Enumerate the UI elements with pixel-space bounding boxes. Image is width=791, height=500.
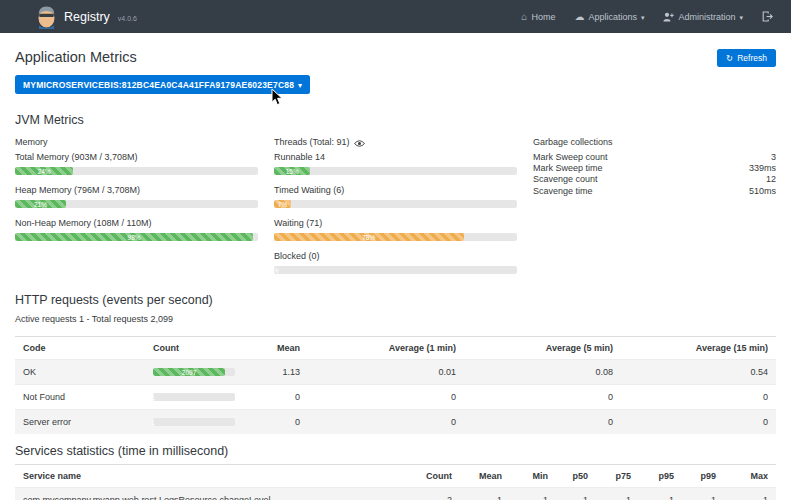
- services-table-header: Service name Count Mean Min p50 p75 p95 …: [15, 465, 776, 488]
- chevron-down-icon: ▾: [739, 14, 743, 22]
- http-requests-subtitle: Active requests 1 - Total requests 2,099: [15, 314, 776, 324]
- nav-item-administration[interactable]: Administration ▾: [663, 12, 743, 22]
- runnable-label: Runnable 14: [274, 152, 517, 162]
- waiting-progressbar: 78%: [274, 233, 517, 241]
- gc-row-marksweep-time: Mark Sweep time 339ms: [533, 163, 776, 174]
- blocked-label: Blocked (0): [274, 251, 517, 261]
- memory-column: Memory Total Memory (903M / 3,708M) 24% …: [15, 137, 258, 284]
- refresh-button[interactable]: ↻ Refresh: [717, 49, 776, 67]
- instance-selector-dropdown[interactable]: MYMICROSERVICEBIS:812BC4EA0C4A41FFA9179A…: [15, 75, 310, 94]
- brand-title: Registry: [64, 10, 110, 24]
- home-icon: ⌂: [521, 12, 527, 22]
- heap-memory-label: Heap Memory (796M / 3,708M): [15, 185, 258, 195]
- garbage-heading: Garbage collections: [533, 137, 776, 147]
- table-row-ok: OK 2097 1.13 0.01 0.08 0.54: [15, 360, 776, 385]
- brand-link[interactable]: Registry v4.0.6: [36, 5, 137, 29]
- garbage-column: Garbage collections Mark Sweep count 3 M…: [533, 137, 776, 284]
- page-title: Application Metrics: [15, 49, 137, 65]
- table-row-server-error: Server error 1 0 0 0 0: [15, 410, 776, 435]
- brand-version: v4.0.6: [118, 15, 137, 22]
- total-memory-progressbar: 24%: [15, 167, 258, 175]
- http-requests-heading: HTTP requests (events per second): [15, 293, 776, 307]
- threads-heading: Threads (Total: 91): [274, 137, 350, 147]
- jvm-metrics-heading: JVM Metrics: [15, 113, 776, 127]
- gc-row-scavenge-time: Scavenge time 510ms: [533, 186, 776, 197]
- sign-out-icon: [762, 11, 773, 22]
- http-requests-table: Code Count Mean Average (1 min) Average …: [15, 336, 776, 434]
- jhipster-logo-icon: [36, 5, 57, 29]
- table-row-not-found: Not Found 1 0 0 0 0: [15, 385, 776, 410]
- navbar-menu: ⌂ Home ☁ Applications ▾ Administration ▾: [521, 11, 773, 22]
- eye-icon[interactable]: [354, 140, 365, 147]
- logout-button[interactable]: [762, 11, 773, 22]
- timed-waiting-progressbar: 7%: [274, 200, 517, 208]
- gc-row-marksweep-count: Mark Sweep count 3: [533, 152, 776, 163]
- waiting-label: Waiting (71): [274, 218, 517, 228]
- refresh-icon: ↻: [726, 53, 733, 63]
- total-memory-label: Total Memory (903M / 3,708M): [15, 152, 258, 162]
- navbar: Registry v4.0.6 ⌂ Home ☁ Applications ▾ …: [0, 0, 791, 33]
- blocked-progressbar: 0%: [274, 266, 517, 274]
- chevron-down-icon: ▾: [298, 81, 302, 90]
- not-found-count-progressbar: 1: [153, 393, 235, 401]
- cloud-icon: ☁: [574, 12, 584, 22]
- runnable-progressbar: 15%: [274, 167, 517, 175]
- heap-memory-progressbar: 21%: [15, 200, 258, 208]
- memory-heading: Memory: [15, 137, 258, 147]
- table-row-changelevel: com.mycompany.myapp.web.rest.LogsResourc…: [15, 488, 776, 500]
- nonheap-memory-progressbar: 98%: [15, 233, 258, 241]
- user-plus-icon: [663, 12, 674, 22]
- timed-waiting-label: Timed Waiting (6): [274, 185, 517, 195]
- server-error-count-progressbar: 1: [153, 418, 235, 426]
- nav-item-home[interactable]: ⌂ Home: [521, 12, 555, 22]
- nonheap-memory-label: Non-Heap Memory (108M / 110M): [15, 218, 258, 228]
- http-table-header: Code Count Mean Average (1 min) Average …: [15, 337, 776, 360]
- threads-column: Threads (Total: 91) Runnable 14 15% Time…: [274, 137, 517, 284]
- jvm-metrics-grid: Memory Total Memory (903M / 3,708M) 24% …: [15, 137, 776, 284]
- services-statistics-heading: Services statistics (time in millisecond…: [15, 444, 776, 458]
- gc-row-scavenge-count: Scavenge count 12: [533, 174, 776, 185]
- chevron-down-icon: ▾: [641, 14, 645, 22]
- nav-item-applications[interactable]: ☁ Applications ▾: [574, 12, 644, 22]
- ok-count-progressbar: 2097: [153, 368, 235, 376]
- services-statistics-table: Service name Count Mean Min p50 p75 p95 …: [15, 464, 776, 500]
